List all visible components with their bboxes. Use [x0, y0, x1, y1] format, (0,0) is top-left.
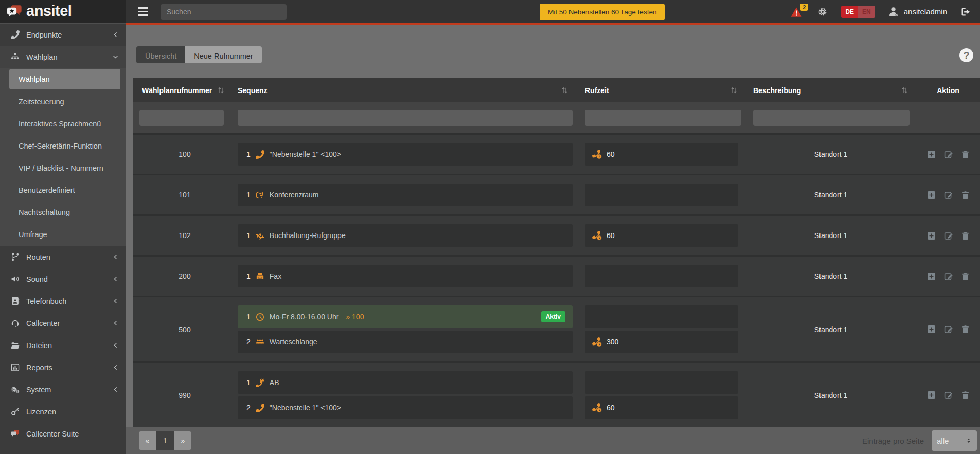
lang-en-button[interactable]: EN: [858, 6, 875, 18]
plus-square-icon[interactable]: [927, 231, 936, 240]
sort-arrows-icon[interactable]: [561, 86, 568, 94]
sidebar-item-lizenzen[interactable]: Lizenzen: [0, 401, 126, 423]
filter-ringtime-input[interactable]: [585, 110, 741, 126]
trash-icon[interactable]: [961, 191, 970, 199]
submenu-item-waehlplan[interactable]: Wählplan: [9, 69, 120, 89]
phone-clock-icon: [592, 337, 602, 347]
trash-icon[interactable]: [961, 231, 970, 240]
per-page-select[interactable]: alle: [932, 430, 977, 451]
sidebar-item-sound[interactable]: Sound: [0, 268, 126, 290]
sidebar-item-system[interactable]: System: [0, 378, 126, 401]
plus-square-icon[interactable]: [927, 191, 936, 199]
clock-icon: [256, 313, 264, 321]
sidebar-item-waehlplan[interactable]: Wählplan: [0, 46, 126, 68]
header-sequenz: Sequenz: [238, 86, 268, 95]
sequence-text: Warteschlange: [270, 338, 317, 346]
user-menu[interactable]: ansiteladmin: [888, 6, 947, 17]
description: Standort 1: [745, 216, 916, 255]
volume-icon: [11, 275, 20, 283]
filter-description-input[interactable]: [753, 110, 910, 126]
search-input[interactable]: [161, 4, 287, 20]
edit-icon[interactable]: [944, 391, 953, 399]
sitemap-icon: [11, 52, 20, 61]
sidebar-item-routen[interactable]: Routen: [0, 246, 126, 268]
sequence-item[interactable]: 1 AB: [238, 371, 573, 394]
pagination-prev-button[interactable]: «: [139, 431, 156, 450]
sequence-item[interactable]: 1 Fax: [238, 265, 573, 287]
tab-uebersicht[interactable]: Übersicht: [136, 46, 185, 63]
plus-square-icon[interactable]: [927, 391, 936, 399]
submenu-item-benutzerdefiniert[interactable]: Benutzerdefiniert: [0, 179, 126, 201]
select-arrows-icon: [966, 438, 972, 444]
status-badge: Aktiv: [541, 311, 565, 322]
submenu-item-vip-blacklist[interactable]: VIP / Blacklist - Nummern: [0, 157, 126, 179]
sequence-item[interactable]: 1 Buchhaltung-Rufgruppe: [238, 224, 573, 247]
sequence-item[interactable]: 1 Konferenzraum: [238, 184, 573, 206]
pagination: « 1 »: [139, 431, 191, 450]
trial-button[interactable]: Mit 50 Nebenstellen 60 Tage testen: [540, 4, 665, 20]
trash-icon[interactable]: [961, 391, 970, 399]
logo[interactable]: ansitel: [0, 0, 126, 23]
sidebar-item-reports[interactable]: Reports: [0, 356, 126, 378]
plus-square-icon[interactable]: [927, 272, 936, 281]
submenu-item-nachtschaltung[interactable]: Nachtschaltung: [0, 201, 126, 223]
sequence-text: Fax: [270, 272, 281, 280]
conference-icon: [256, 191, 264, 199]
chevron-left-icon: [113, 254, 118, 260]
trash-icon[interactable]: [961, 272, 970, 281]
table-row: 100 1 "Nebenstelle 1" <100> 60 Standort …: [133, 133, 980, 174]
sidebar-item-callcenter-suite[interactable]: Callcenter Suite: [0, 423, 126, 445]
submenu-item-zeitsteuerung[interactable]: Zeitsteuerung: [0, 90, 126, 113]
submenu-item-umfrage[interactable]: Umfrage: [0, 223, 126, 245]
edit-icon[interactable]: [944, 191, 953, 199]
ringtime-value: 60: [607, 404, 615, 412]
edit-icon[interactable]: [944, 272, 953, 281]
ringtime-box: 60: [585, 224, 738, 247]
trash-icon[interactable]: [961, 150, 970, 159]
topbar-main: Mit 50 Nebenstellen 60 Tage testen 2 DE …: [126, 0, 980, 23]
ringtime-value: 300: [607, 338, 618, 346]
settings-button[interactable]: [817, 7, 828, 17]
warning-indicator[interactable]: 2: [791, 6, 804, 18]
logo-text: ansitel: [26, 4, 72, 20]
ringtime-box: [585, 305, 738, 328]
tab-neue-rufnummer[interactable]: Neue Rufnummer: [185, 46, 261, 63]
view-tabs: Übersicht Neue Rufnummer: [136, 46, 262, 63]
pagination-page-1[interactable]: 1: [156, 431, 174, 450]
ring-group-icon: [256, 231, 264, 240]
help-button[interactable]: ?: [959, 48, 973, 62]
logo-bubbles-icon: [7, 5, 23, 19]
sidebar-item-endpunkte[interactable]: Endpunkte: [0, 24, 126, 46]
sidebar-item-callcenter[interactable]: Callcenter: [0, 312, 126, 334]
bar-chart-icon: [11, 363, 20, 372]
sequence-step: 1: [246, 313, 251, 321]
sidebar-item-telefonbuch[interactable]: Telefonbuch: [0, 290, 126, 312]
sequence-item-active[interactable]: 1 Mo-Fr 8.00-16.00 Uhr » 100 Aktiv: [238, 305, 573, 328]
edit-icon[interactable]: [944, 325, 953, 334]
filter-number-input[interactable]: [139, 110, 224, 126]
header-aktion: Aktion: [937, 86, 959, 95]
sidebar-item-dateien[interactable]: Dateien: [0, 334, 126, 356]
plus-square-icon[interactable]: [927, 325, 936, 334]
edit-icon[interactable]: [944, 231, 953, 240]
sidebar-item-label: Sound: [26, 275, 48, 283]
sequence-item[interactable]: 2 "Nebenstelle 1" <100>: [238, 396, 573, 419]
sort-arrows-icon[interactable]: [730, 86, 738, 94]
logout-button[interactable]: [960, 7, 971, 17]
chevron-left-icon: [113, 32, 118, 38]
filter-sequence-input[interactable]: [238, 110, 573, 126]
plus-square-icon[interactable]: [927, 150, 936, 159]
dialplan-number: 200: [133, 257, 236, 296]
edit-icon[interactable]: [944, 150, 953, 159]
submenu-item-chef-sekretaerin[interactable]: Chef-Sekretärin-Funktion: [0, 135, 126, 157]
trash-icon[interactable]: [961, 325, 970, 334]
sort-arrows-icon[interactable]: [901, 86, 908, 94]
sequence-item[interactable]: 1 "Nebenstelle 1" <100>: [238, 143, 573, 166]
lang-de-button[interactable]: DE: [841, 6, 858, 18]
sort-arrows-icon[interactable]: [217, 86, 225, 94]
description: Standort 1: [745, 135, 916, 174]
submenu-item-sprachmenu[interactable]: Interaktives Sprachmenü: [0, 113, 126, 135]
pagination-next-button[interactable]: »: [174, 431, 191, 450]
sequence-item[interactable]: 2 Warteschlange: [238, 331, 573, 353]
hamburger-menu-icon[interactable]: [138, 7, 148, 16]
